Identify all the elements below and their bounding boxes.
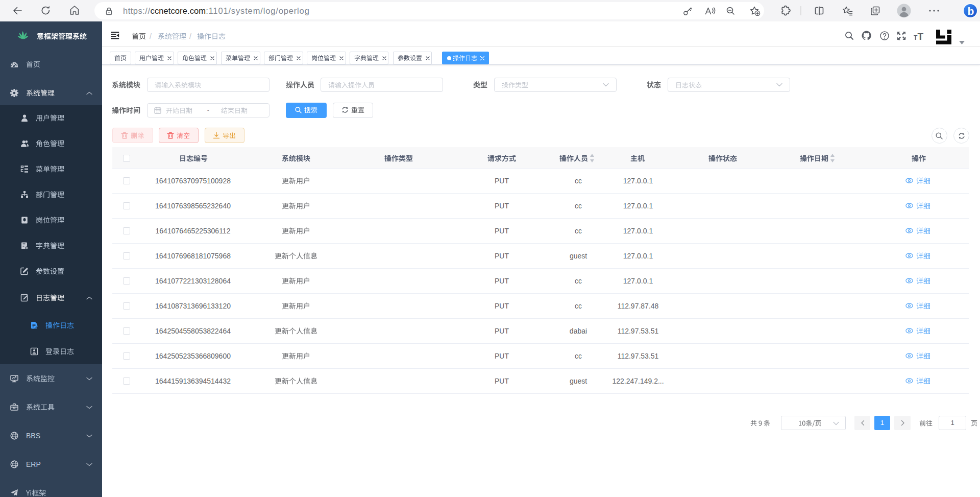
svg-text:b: b	[968, 5, 974, 17]
svg-text:T: T	[918, 32, 924, 40]
